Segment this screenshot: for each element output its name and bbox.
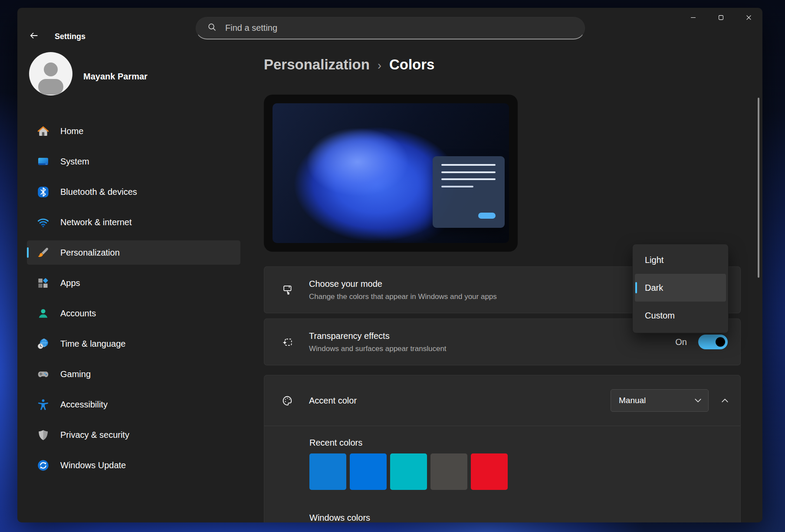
close-button[interactable]	[735, 8, 762, 27]
selected-indicator	[27, 247, 29, 258]
accent-color-card: Accent color Manual Recent colors Window…	[264, 375, 741, 522]
preview-text-line	[441, 171, 496, 173]
windows-colors-label: Windows colors	[309, 512, 370, 522]
accent-expander-button[interactable]	[715, 375, 734, 426]
system-icon	[37, 156, 49, 167]
sidebar-item-system[interactable]: System	[27, 149, 240, 174]
close-icon	[746, 15, 752, 20]
sidebar-item-label: Personalization	[60, 248, 120, 258]
sidebar-item-label: Accessibility	[60, 400, 108, 410]
chevron-up-icon	[722, 398, 728, 403]
window-title: Settings	[55, 31, 85, 42]
time-icon	[37, 338, 49, 350]
vertical-scrollbar[interactable]	[758, 98, 759, 278]
preview-text-line	[441, 164, 496, 166]
sidebar-item-label: Network & internet	[60, 217, 132, 227]
accent-mode-value: Manual	[619, 396, 646, 405]
sidebar-item-label: Bluetooth & devices	[60, 187, 137, 197]
sidebar-item-label: Time & language	[60, 339, 125, 349]
breadcrumb: Personalization › Colors	[264, 56, 434, 73]
recent-colors-label: Recent colors	[309, 437, 508, 448]
update-icon	[37, 460, 49, 471]
sidebar-item-label: Windows Update	[60, 460, 126, 470]
sidebar-item-time-language[interactable]: Time & language	[27, 332, 240, 356]
recent-colors-swatches	[309, 453, 508, 490]
chevron-down-icon	[695, 398, 701, 403]
color-swatch[interactable]	[471, 453, 508, 490]
mode-option-light[interactable]: Light	[635, 246, 726, 274]
color-swatch[interactable]	[430, 453, 467, 490]
selected-indicator	[635, 282, 637, 293]
transparency-toggle[interactable]	[698, 335, 728, 349]
breadcrumb-separator-icon: ›	[378, 59, 381, 72]
breadcrumb-parent[interactable]: Personalization	[264, 56, 370, 73]
sidebar-item-label: Privacy & security	[60, 430, 129, 440]
preview-text-line	[441, 178, 496, 180]
search-icon	[207, 23, 217, 33]
person-icon-body	[38, 79, 63, 95]
sidebar-item-windows-update[interactable]: Windows Update	[27, 453, 240, 477]
choose-mode-subtitle: Change the colors that appear in Windows…	[309, 292, 497, 301]
back-button[interactable]	[25, 28, 43, 45]
user-avatar[interactable]	[29, 52, 72, 95]
choose-mode-title: Choose your mode	[309, 279, 497, 289]
window-controls	[679, 8, 762, 27]
gaming-icon	[37, 368, 49, 380]
search-box[interactable]	[196, 17, 585, 39]
preview-accent-button	[478, 213, 496, 219]
sidebar-item-network-internet[interactable]: Network & internet	[27, 210, 240, 234]
mode-option-label: Dark	[645, 283, 663, 293]
home-icon	[37, 125, 49, 137]
personalization-icon	[37, 247, 49, 259]
bluetooth-icon	[37, 186, 49, 198]
sidebar-item-accessibility[interactable]: Accessibility	[27, 392, 240, 417]
accent-color-row: Accent color Manual	[264, 375, 740, 426]
back-arrow-icon	[29, 31, 39, 42]
minimize-button[interactable]	[679, 8, 707, 27]
transparency-icon	[282, 336, 293, 348]
sidebar-item-accounts[interactable]: Accounts	[27, 301, 240, 325]
mode-option-label: Light	[645, 255, 663, 265]
sidebar-item-label: Home	[60, 126, 83, 136]
card-divider	[264, 426, 740, 426]
maximize-icon	[718, 15, 724, 20]
color-swatch[interactable]	[390, 453, 427, 490]
search-input[interactable]	[224, 23, 585, 33]
mode-option-custom[interactable]: Custom	[635, 302, 726, 329]
accessibility-icon	[37, 399, 49, 410]
user-name: Mayank Parmar	[83, 71, 148, 82]
mode-option-label: Custom	[645, 311, 675, 321]
sidebar-item-label: Accounts	[60, 309, 96, 319]
sidebar-item-apps[interactable]: Apps	[27, 271, 240, 295]
accent-mode-dropdown[interactable]: Manual	[611, 389, 709, 412]
transparency-subtitle: Windows and surfaces appear translucent	[309, 344, 447, 353]
sidebar-item-bluetooth-devices[interactable]: Bluetooth & devices	[27, 180, 240, 204]
sidebar-item-personalization[interactable]: Personalization	[27, 240, 240, 265]
person-icon	[44, 62, 58, 76]
color-swatch[interactable]	[309, 453, 346, 490]
settings-window: Settings Mayank Parmar HomeSystemBluetoo…	[17, 8, 762, 522]
theme-preview-wallpaper	[273, 103, 509, 243]
desktop-wallpaper: Settings Mayank Parmar HomeSystemBluetoo…	[0, 0, 785, 532]
page-title: Colors	[389, 56, 435, 73]
minimize-icon	[690, 15, 696, 20]
color-swatch[interactable]	[350, 453, 387, 490]
sidebar-item-label: System	[60, 157, 89, 167]
paint-mode-icon	[282, 284, 293, 296]
mode-option-dark[interactable]: Dark	[635, 274, 726, 302]
sidebar-item-label: Apps	[60, 278, 80, 288]
network-icon	[37, 217, 49, 228]
palette-icon	[282, 395, 293, 407]
maximize-button[interactable]	[707, 8, 735, 27]
theme-preview-frame	[264, 95, 518, 252]
preview-text-line	[441, 186, 473, 187]
toggle-knob	[716, 337, 725, 347]
sidebar-item-gaming[interactable]: Gaming	[27, 362, 240, 386]
privacy-icon	[37, 429, 49, 441]
theme-preview-dialog	[433, 156, 505, 228]
accent-color-title: Accent color	[309, 395, 357, 406]
sidebar-item-label: Gaming	[60, 369, 91, 379]
transparency-title: Transparency effects	[309, 331, 447, 341]
sidebar-item-home[interactable]: Home	[27, 119, 240, 143]
sidebar-item-privacy-security[interactable]: Privacy & security	[27, 423, 240, 447]
